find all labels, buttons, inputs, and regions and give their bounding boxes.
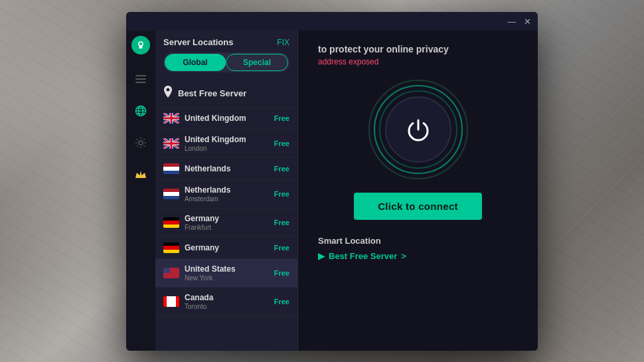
connect-button[interactable]: Click to connect xyxy=(354,193,482,220)
nl2-name: Netherlands xyxy=(185,185,269,195)
server-item-us1[interactable]: United States New York Free xyxy=(155,259,297,288)
de2-info: Germany xyxy=(185,243,269,252)
crown-icon[interactable] xyxy=(131,165,151,185)
ip-exposed-badge: exposed xyxy=(349,57,378,66)
smart-location-value[interactable]: ▶ Best Free Server > xyxy=(318,251,524,261)
de2-name: Germany xyxy=(185,243,269,252)
main-content: Server Locations FIX Global Special Best… xyxy=(126,31,538,351)
best-server-info: Best Free Server xyxy=(178,88,289,98)
nl1-name: Netherlands xyxy=(185,164,269,173)
nl2-sub: Amsterdam xyxy=(185,195,269,203)
server-item-de1[interactable]: Germany Frankfurt Free xyxy=(155,209,297,237)
nl2-info: Netherlands Amsterdam xyxy=(185,185,269,203)
power-button[interactable] xyxy=(385,96,451,163)
uk2-name: United Kingdom xyxy=(185,135,269,144)
app-window: — ✕ xyxy=(126,12,538,351)
us1-badge: Free xyxy=(274,269,289,277)
svg-rect-4 xyxy=(135,82,146,83)
server-panel-title: Server Locations xyxy=(163,37,234,47)
flag-de1 xyxy=(163,217,179,228)
de1-name: Germany xyxy=(185,214,269,223)
close-button[interactable]: ✕ xyxy=(524,17,531,26)
location-pin-icon xyxy=(163,86,173,100)
smart-location-dot: ▶ xyxy=(318,251,325,261)
settings-icon[interactable] xyxy=(131,133,151,153)
best-server-name: Best Free Server xyxy=(178,88,289,98)
globe-icon[interactable] xyxy=(131,101,151,121)
smart-location-label: Smart Location xyxy=(318,236,524,246)
tab-row: Global Special xyxy=(163,52,289,72)
uk1-badge: Free xyxy=(274,114,289,122)
flag-ca1 xyxy=(163,296,179,307)
de1-sub: Frankfurt xyxy=(185,224,269,231)
nl1-info: Netherlands xyxy=(185,164,269,173)
server-item-uk2[interactable]: United Kingdom London Free xyxy=(155,130,297,158)
server-panel-header: Server Locations FIX xyxy=(155,31,297,52)
ca1-name: Canada xyxy=(185,293,269,302)
uk2-sub: London xyxy=(185,145,269,152)
svg-point-10 xyxy=(139,141,143,145)
us1-info: United States New York xyxy=(185,264,269,282)
server-panel: Server Locations FIX Global Special Best… xyxy=(155,31,298,351)
hamburger-menu-icon[interactable] xyxy=(131,69,151,89)
icon-sidebar xyxy=(126,31,155,351)
server-item-de2[interactable]: Germany Free xyxy=(155,237,297,259)
svg-rect-3 xyxy=(135,78,146,80)
flag-de2 xyxy=(163,242,179,253)
smart-location-arrow: > xyxy=(401,251,406,261)
de1-badge: Free xyxy=(274,219,289,226)
de1-info: Germany Frankfurt xyxy=(185,214,269,231)
us1-name: United States xyxy=(185,264,269,274)
tab-global[interactable]: Global xyxy=(165,54,226,71)
title-bar-controls: — ✕ xyxy=(507,17,531,26)
server-item-uk1[interactable]: United Kingdom Free xyxy=(155,108,297,130)
ca1-badge: Free xyxy=(274,298,289,306)
flag-uk1 xyxy=(163,113,179,124)
server-list[interactable]: Best Free Server xyxy=(155,79,297,351)
de2-badge: Free xyxy=(274,244,289,252)
us1-sub: New York xyxy=(185,274,269,282)
server-item-nl1[interactable]: Netherlands Free xyxy=(155,158,297,180)
nl2-badge: Free xyxy=(274,190,289,198)
privacy-text: to protect your online privacy xyxy=(311,44,449,54)
app-logo xyxy=(131,36,150,54)
smart-location-section: Smart Location ▶ Best Free Server > xyxy=(311,236,524,261)
svg-rect-2 xyxy=(135,75,146,76)
uk1-info: United Kingdom xyxy=(185,114,269,123)
uk2-badge: Free xyxy=(274,139,289,147)
ca1-sub: Toronto xyxy=(185,303,269,310)
minimize-button[interactable]: — xyxy=(507,17,516,26)
power-circle xyxy=(368,80,468,179)
smart-location-server: Best Free Server xyxy=(329,251,397,261)
privacy-prefix: to protect your online privacy xyxy=(318,44,449,54)
server-item-nl2[interactable]: Netherlands Amsterdam Free xyxy=(155,180,297,209)
ip-status-text: address exposed xyxy=(311,57,378,66)
right-panel: to protect your online privacy address e… xyxy=(298,31,538,351)
svg-rect-1 xyxy=(139,45,143,48)
flag-nl2 xyxy=(163,189,179,199)
uk1-name: United Kingdom xyxy=(185,114,269,123)
flag-us1 xyxy=(163,268,179,278)
ca1-info: Canada Toronto xyxy=(185,293,269,310)
flag-nl1 xyxy=(163,163,179,174)
nl1-badge: Free xyxy=(274,165,289,173)
server-item-best[interactable]: Best Free Server xyxy=(155,79,297,108)
flag-uk2 xyxy=(163,138,179,149)
uk2-info: United Kingdom London xyxy=(185,135,269,152)
server-item-ca1[interactable]: Canada Toronto Free xyxy=(155,288,297,316)
title-bar: — ✕ xyxy=(126,12,538,31)
tab-special[interactable]: Special xyxy=(226,54,288,71)
fix-link[interactable]: FIX xyxy=(277,38,289,47)
